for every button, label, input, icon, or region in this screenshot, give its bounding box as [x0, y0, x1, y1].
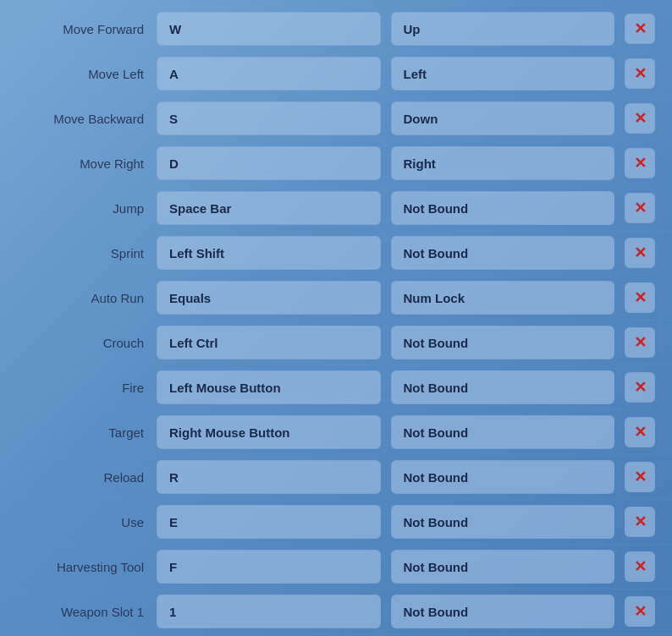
secondary-binding[interactable]: Down	[391, 101, 615, 135]
primary-binding[interactable]: F	[157, 550, 381, 584]
table-row: ReloadRNot Bound✕	[0, 455, 672, 500]
table-row: TargetRight Mouse ButtonNot Bound✕	[0, 410, 672, 455]
primary-binding[interactable]: Right Mouse Button	[157, 415, 381, 449]
clear-button[interactable]: ✕	[625, 148, 655, 178]
bindings-area: SDown✕	[157, 101, 655, 135]
bindings-area: EqualsNum Lock✕	[157, 281, 655, 315]
table-row: Harvesting ToolFNot Bound✕	[0, 545, 672, 589]
primary-binding[interactable]: Left Ctrl	[157, 326, 381, 359]
secondary-binding[interactable]: Left	[391, 57, 615, 90]
keybinds-container[interactable]: Move ForwardWUp✕Move LeftALeft✕Move Back…	[0, 0, 672, 636]
primary-binding[interactable]: S	[157, 101, 381, 135]
bindings-area: ENot Bound✕	[157, 505, 655, 539]
primary-binding[interactable]: A	[157, 57, 381, 90]
table-row: Move ForwardWUp✕	[0, 7, 672, 52]
clear-button[interactable]: ✕	[625, 327, 655, 358]
primary-binding[interactable]: Left Shift	[157, 236, 381, 270]
secondary-binding[interactable]: Num Lock	[391, 281, 615, 315]
primary-binding[interactable]: Space Bar	[157, 191, 381, 225]
action-label: Sprint	[8, 246, 157, 260]
primary-binding[interactable]: Left Mouse Button	[157, 370, 381, 404]
action-label: Crouch	[8, 336, 157, 350]
bindings-area: FNot Bound✕	[157, 550, 655, 584]
table-row: SprintLeft ShiftNot Bound✕	[0, 231, 672, 276]
clear-button[interactable]: ✕	[625, 507, 655, 537]
table-row: Move RightDRight✕	[0, 141, 672, 186]
table-row: FireLeft Mouse ButtonNot Bound✕	[0, 365, 672, 410]
action-label: Move Left	[8, 67, 157, 81]
bindings-area: Space BarNot Bound✕	[157, 191, 655, 225]
action-label: Jump	[8, 201, 157, 216]
action-label: Weapon Slot 1	[8, 605, 157, 619]
primary-binding[interactable]: E	[157, 505, 381, 539]
clear-button[interactable]: ✕	[625, 238, 655, 268]
action-label: Use	[8, 515, 157, 529]
action-label: Move Backward	[8, 112, 157, 126]
action-label: Move Forward	[8, 22, 157, 36]
bindings-area: DRight✕	[157, 146, 655, 180]
secondary-binding[interactable]: Not Bound	[391, 191, 615, 225]
action-label: Fire	[8, 381, 157, 395]
table-row: JumpSpace BarNot Bound✕	[0, 186, 672, 231]
clear-button[interactable]: ✕	[625, 103, 655, 134]
secondary-binding[interactable]: Not Bound	[391, 505, 615, 539]
secondary-binding[interactable]: Not Bound	[391, 326, 615, 359]
clear-button[interactable]: ✕	[625, 282, 655, 313]
secondary-binding[interactable]: Not Bound	[391, 236, 615, 270]
bindings-area: Left CtrlNot Bound✕	[157, 326, 655, 359]
bindings-area: Right Mouse ButtonNot Bound✕	[157, 415, 655, 449]
secondary-binding[interactable]: Not Bound	[391, 370, 615, 404]
primary-binding[interactable]: R	[157, 460, 381, 494]
bindings-area: Left ShiftNot Bound✕	[157, 236, 655, 270]
table-row: CrouchLeft CtrlNot Bound✕	[0, 321, 672, 365]
secondary-binding[interactable]: Not Bound	[391, 415, 615, 449]
table-row: UseENot Bound✕	[0, 500, 672, 545]
primary-binding[interactable]: W	[157, 12, 381, 46]
primary-binding[interactable]: D	[157, 146, 381, 180]
bindings-area: WUp✕	[157, 12, 655, 46]
clear-button[interactable]: ✕	[625, 372, 655, 403]
bindings-area: ALeft✕	[157, 57, 655, 90]
table-row: Auto RunEqualsNum Lock✕	[0, 276, 672, 321]
table-row: Move BackwardSDown✕	[0, 96, 672, 141]
bindings-area: 1Not Bound✕	[157, 595, 655, 628]
secondary-binding[interactable]: Right	[391, 146, 615, 180]
action-label: Auto Run	[8, 291, 157, 305]
secondary-binding[interactable]: Not Bound	[391, 550, 615, 584]
table-row: Move LeftALeft✕	[0, 52, 672, 96]
clear-button[interactable]: ✕	[625, 462, 655, 492]
clear-button[interactable]: ✕	[625, 551, 655, 582]
bindings-area: RNot Bound✕	[157, 460, 655, 494]
table-row: Weapon Slot 11Not Bound✕	[0, 589, 672, 634]
primary-binding[interactable]: Equals	[157, 281, 381, 315]
secondary-binding[interactable]: Not Bound	[391, 595, 615, 628]
bindings-area: Left Mouse ButtonNot Bound✕	[157, 370, 655, 404]
clear-button[interactable]: ✕	[625, 193, 655, 223]
action-label: Reload	[8, 470, 157, 485]
primary-binding[interactable]: 1	[157, 595, 381, 628]
keybinds-list: Move ForwardWUp✕Move LeftALeft✕Move Back…	[0, 7, 672, 634]
clear-button[interactable]: ✕	[625, 596, 655, 627]
action-label: Move Right	[8, 156, 157, 171]
clear-button[interactable]: ✕	[625, 417, 655, 447]
secondary-binding[interactable]: Not Bound	[391, 460, 615, 494]
action-label: Harvesting Tool	[8, 560, 157, 574]
secondary-binding[interactable]: Up	[391, 12, 615, 46]
clear-button[interactable]: ✕	[625, 14, 655, 44]
clear-button[interactable]: ✕	[625, 58, 655, 89]
action-label: Target	[8, 425, 157, 440]
